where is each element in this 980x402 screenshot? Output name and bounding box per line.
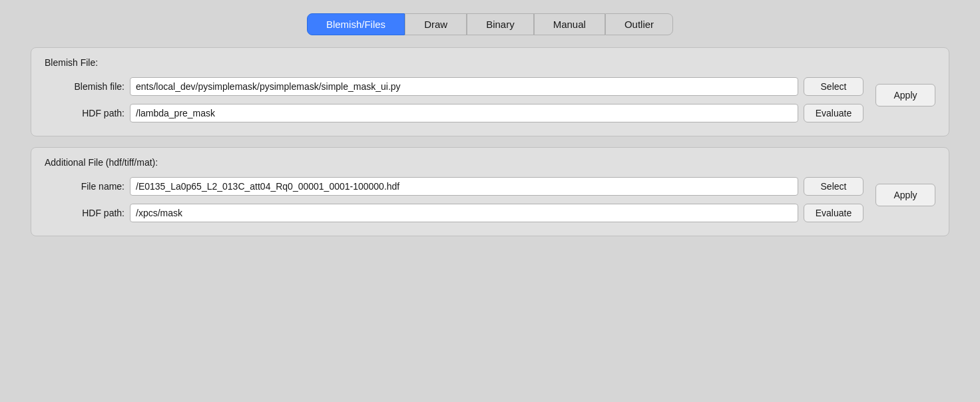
blemish-hdf-input[interactable] — [130, 104, 798, 122]
additional-hdf-label: HDF path: — [45, 208, 124, 218]
additional-hdf-input[interactable] — [130, 204, 798, 222]
main-container: Blemish/Files Draw Binary Manual Outlier… — [0, 0, 980, 402]
tab-manual[interactable]: Manual — [534, 13, 605, 35]
blemish-form-fields: Blemish file: Select HDF path: Evaluate — [45, 77, 863, 122]
tab-draw[interactable]: Draw — [405, 13, 467, 35]
additional-file-section: Additional File (hdf/tiff/mat): File nam… — [31, 147, 949, 236]
blemish-apply-button[interactable]: Apply — [875, 84, 935, 106]
blemish-evaluate-button[interactable]: Evaluate — [804, 104, 863, 122]
additional-select-button[interactable]: Select — [804, 177, 863, 196]
additional-evaluate-button[interactable]: Evaluate — [804, 204, 863, 222]
blemish-file-row: Blemish file: Select — [45, 77, 863, 96]
content-area: Blemish File: Blemish file: Select HDF p… — [31, 47, 949, 236]
blemish-file-label: Blemish file: — [45, 81, 124, 92]
additional-hdf-row: HDF path: Evaluate — [45, 204, 863, 222]
tab-binary[interactable]: Binary — [467, 13, 534, 35]
additional-section-label: Additional File (hdf/tiff/mat): — [45, 157, 935, 168]
blemish-file-section: Blemish File: Blemish file: Select HDF p… — [31, 47, 949, 136]
additional-apply-button[interactable]: Apply — [875, 184, 935, 206]
tab-blemish-files[interactable]: Blemish/Files — [307, 13, 405, 35]
additional-file-label: File name: — [45, 181, 124, 192]
additional-form-area: File name: Select HDF path: Evaluate App… — [45, 177, 935, 222]
blemish-section-label: Blemish File: — [45, 57, 935, 68]
blemish-hdf-label: HDF path: — [45, 108, 124, 118]
blemish-file-input[interactable] — [130, 77, 798, 96]
blemish-select-button[interactable]: Select — [804, 77, 863, 96]
tab-bar: Blemish/Files Draw Binary Manual Outlier — [307, 13, 673, 35]
additional-form-fields: File name: Select HDF path: Evaluate — [45, 177, 863, 222]
additional-file-row: File name: Select — [45, 177, 863, 196]
blemish-apply-container: Apply — [863, 77, 935, 106]
blemish-hdf-row: HDF path: Evaluate — [45, 104, 863, 122]
additional-file-input[interactable] — [130, 177, 798, 196]
tab-outlier[interactable]: Outlier — [605, 13, 673, 35]
additional-apply-container: Apply — [863, 177, 935, 206]
blemish-form-area: Blemish file: Select HDF path: Evaluate … — [45, 77, 935, 122]
